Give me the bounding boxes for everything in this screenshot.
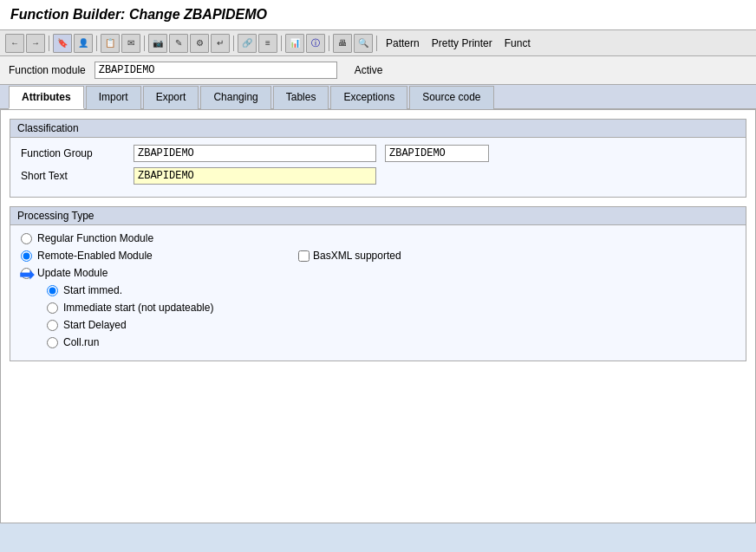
processing-type-title: Processing Type: [10, 207, 746, 225]
separator-3: [144, 36, 145, 51]
chart-icon[interactable]: 📊: [285, 34, 304, 53]
tab-exceptions[interactable]: Exceptions: [330, 86, 407, 109]
function-module-input[interactable]: [94, 62, 337, 79]
radio-start-delayed: Start Delayed: [47, 319, 735, 331]
radio-update-label: Update Module: [37, 267, 108, 279]
list-icon[interactable]: ≡: [258, 34, 277, 53]
radio-start-immed-label: Start immed.: [63, 284, 122, 296]
separator-6: [329, 36, 329, 51]
blue-arrow-indicator: ➡: [19, 265, 35, 284]
camera-icon[interactable]: 📷: [148, 34, 167, 53]
module-status: Active: [355, 64, 383, 76]
pretty-printer-button[interactable]: Pretty Printer: [427, 34, 498, 53]
forward-button[interactable]: →: [26, 34, 45, 53]
radio-regular: Regular Function Module: [21, 232, 735, 244]
tab-import[interactable]: Import: [86, 86, 141, 109]
tabs-row: Attributes Import Export Changing Tables…: [0, 85, 756, 110]
classification-section: Classification Function Group Short Text: [10, 119, 746, 198]
function-group-row: Function Group: [21, 145, 735, 162]
radio-remote-input[interactable]: [21, 250, 32, 262]
radio-coll-run: Coll.run: [47, 336, 735, 348]
separator-4: [233, 36, 234, 51]
find-icon[interactable]: 🔍: [354, 34, 373, 53]
function-group-extra[interactable]: [385, 145, 489, 162]
function-module-label: Function module: [9, 64, 86, 76]
bookmark-icon[interactable]: 🔖: [53, 34, 72, 53]
pattern-button[interactable]: Pattern: [381, 34, 425, 53]
short-text-input[interactable]: [134, 167, 376, 185]
module-bar: Function module Active: [0, 56, 756, 85]
radio-regular-label: Regular Function Module: [37, 232, 153, 244]
tab-source-code[interactable]: Source code: [409, 86, 493, 109]
clipboard-icon[interactable]: 📋: [101, 34, 120, 53]
short-text-label: Short Text: [21, 170, 134, 182]
radio-immediate-input[interactable]: [47, 302, 58, 314]
radio-start-immed: Start immed.: [47, 284, 735, 296]
funct-button[interactable]: Funct: [499, 34, 536, 53]
tab-tables[interactable]: Tables: [273, 86, 329, 109]
function-group-label: Function Group: [21, 147, 134, 159]
edit-icon[interactable]: ✎: [169, 34, 188, 53]
function-group-input[interactable]: [134, 145, 376, 162]
classification-title: Classification: [10, 120, 746, 138]
separator-7: [376, 36, 377, 51]
separator-2: [96, 36, 97, 51]
user-icon[interactable]: 👤: [74, 34, 93, 53]
window-title: Function Builder: Change ZBAPIDEMO: [10, 7, 746, 23]
separator-5: [281, 36, 282, 51]
link-icon[interactable]: 🔗: [238, 34, 257, 53]
radio-start-delayed-label: Start Delayed: [63, 319, 127, 331]
separator-1: [49, 36, 49, 51]
settings-icon[interactable]: ⚙: [190, 34, 209, 53]
radio-update: Update Module: [21, 267, 735, 279]
back-button[interactable]: ←: [5, 34, 24, 53]
info-icon[interactable]: ⓘ: [306, 34, 325, 53]
classification-content: Function Group Short Text: [10, 138, 746, 197]
basxml-checkbox[interactable]: [298, 250, 310, 262]
toolbar: ← → 🔖 👤 📋 ✉ 📷 ✎ ⚙ ↵ 🔗 ≡ 📊 ⓘ 🖶 🔍 Pattern …: [0, 30, 756, 56]
basxml-label: BasXML supported: [313, 250, 401, 262]
content-area: Classification Function Group Short Text…: [0, 110, 756, 523]
radio-immediate-label: Immediate start (not updateable): [63, 302, 213, 314]
radio-coll-run-label: Coll.run: [63, 336, 99, 348]
tab-attributes[interactable]: Attributes: [9, 86, 84, 109]
radio-immediate: Immediate start (not updateable): [47, 302, 735, 314]
radio-coll-run-input[interactable]: [47, 337, 58, 348]
title-bar: Function Builder: Change ZBAPIDEMO: [0, 0, 756, 30]
radio-remote: Remote-Enabled Module BasXML supported: [21, 250, 735, 262]
undo-icon[interactable]: ↵: [211, 34, 230, 53]
print-icon[interactable]: 🖶: [333, 34, 352, 53]
short-text-row: Short Text: [21, 167, 735, 185]
radio-start-delayed-input[interactable]: [47, 320, 58, 331]
mail-icon[interactable]: ✉: [121, 34, 140, 53]
processing-type-section: Processing Type ➡ Regular Function Modul…: [10, 206, 746, 361]
radio-start-immed-input[interactable]: [47, 285, 58, 296]
basxml-group: BasXML supported: [298, 250, 401, 262]
radio-regular-input[interactable]: [21, 233, 32, 244]
tab-changing[interactable]: Changing: [200, 86, 270, 109]
radio-remote-label: Remote-Enabled Module: [37, 250, 153, 262]
tab-export[interactable]: Export: [143, 86, 199, 109]
